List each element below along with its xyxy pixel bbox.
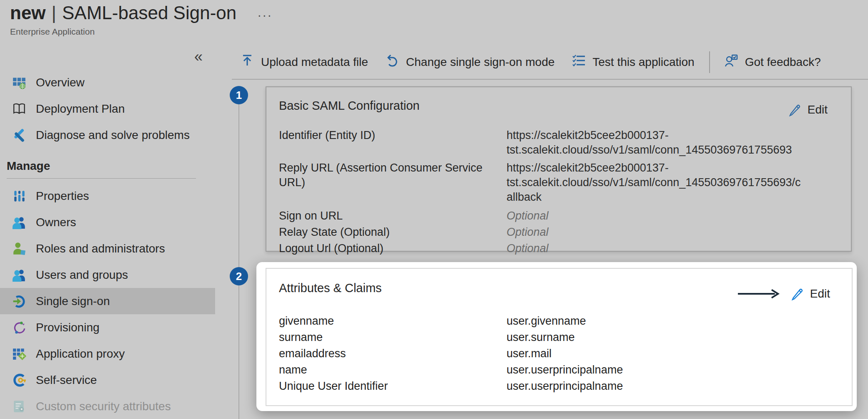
- app-proxy-grid-icon: [12, 346, 27, 361]
- sidebar-collapse-button[interactable]: «: [194, 49, 203, 64]
- row-label: Relay State (Optional): [279, 224, 507, 240]
- attributes-claims-card: Attributes & Claims Edit givenname user.…: [266, 268, 853, 406]
- upload-metadata-button[interactable]: Upload metadata file: [232, 54, 377, 70]
- sidebar-item-label: Users and groups: [36, 268, 128, 282]
- toolbar-separator: [709, 51, 710, 73]
- claim-name: name: [279, 362, 507, 378]
- command-label: Upload metadata file: [261, 56, 368, 69]
- sidebar-item-label: Diagnose and solve problems: [36, 129, 190, 142]
- claim-value: user.mail: [507, 346, 807, 362]
- single-sign-on-icon: [12, 294, 27, 309]
- step-1-badge: 1: [230, 86, 248, 104]
- row-label: Reply URL (Assertion Consumer Service UR…: [279, 161, 507, 190]
- page-title: new | SAML-based Sign-on ···: [10, 3, 272, 23]
- blade-title: SAML-based Sign-on: [62, 3, 236, 23]
- sidebar-item-provisioning[interactable]: Provisioning: [0, 314, 215, 341]
- sidebar-item-label: Overview: [36, 76, 85, 89]
- sidebar-item-deployment-plan[interactable]: Deployment Plan: [0, 96, 215, 122]
- provisioning-sync-icon: [12, 320, 27, 335]
- role-person-cube-icon: [12, 241, 27, 256]
- sidebar-item-diagnose[interactable]: Diagnose and solve problems: [0, 122, 215, 148]
- edit-label: Edit: [810, 287, 830, 300]
- claim-value: user.givenname: [507, 313, 807, 329]
- change-sso-mode-button[interactable]: Change single sign-on mode: [377, 54, 563, 70]
- row-value-optional: Optional: [507, 240, 807, 257]
- row-label: Logout Url (Optional): [279, 240, 507, 257]
- sidebar-item-label: Properties: [36, 189, 89, 203]
- edit-attributes-claims-button[interactable]: Edit: [737, 287, 830, 300]
- pencil-icon: [791, 288, 804, 300]
- upload-icon: [241, 54, 254, 70]
- config-row: Logout Url (Optional) Optional: [279, 240, 838, 257]
- edit-label: Edit: [808, 103, 828, 116]
- got-feedback-button[interactable]: Got feedback?: [716, 54, 830, 70]
- sidebar-item-overview[interactable]: Overview: [0, 69, 215, 96]
- edit-basic-saml-button[interactable]: Edit: [788, 103, 828, 116]
- row-value: https://scalekit2b5cee2b000137-tst.scale…: [507, 128, 807, 157]
- title-separator: |: [52, 3, 56, 23]
- claim-value: user.userprincipalname: [507, 378, 807, 394]
- sidebar-item-owners[interactable]: Owners: [0, 209, 215, 235]
- claim-row: Unique User Identifier user.userprincipa…: [279, 378, 839, 394]
- sidebar-item-properties[interactable]: Properties: [0, 183, 215, 209]
- claims-rows: givenname user.givenname surname user.su…: [279, 313, 839, 394]
- command-bar: Upload metadata file Change single sign-…: [232, 45, 868, 80]
- sidebar-item-custom-security-attributes[interactable]: Custom security attributes: [0, 393, 215, 419]
- undo-arrow-icon: [386, 54, 399, 70]
- overview-grid-globe-icon: [12, 75, 27, 90]
- sidebar: « Overview Deployment Plan Diagnose and …: [0, 42, 215, 419]
- test-application-button[interactable]: Test this application: [563, 54, 703, 70]
- people-icon: [12, 268, 27, 283]
- book-icon: [12, 101, 27, 116]
- sidebar-item-self-service[interactable]: Self-service: [0, 367, 215, 393]
- claim-value: user.userprincipalname: [507, 362, 807, 378]
- claim-row: givenname user.givenname: [279, 313, 839, 329]
- people-icon: [12, 215, 27, 230]
- sidebar-item-users-groups[interactable]: Users and groups: [0, 262, 215, 288]
- page-header: new | SAML-based Sign-on ··· Enterprise …: [10, 3, 272, 37]
- claim-name: Unique User Identifier: [279, 378, 507, 394]
- sidebar-item-label: Self-service: [36, 374, 97, 387]
- sidebar-section-manage: Manage: [0, 154, 215, 178]
- step-2-badge: 2: [230, 267, 248, 285]
- claim-name: emailaddress: [279, 346, 507, 362]
- sidebar-item-label: Deployment Plan: [36, 102, 125, 116]
- basic-saml-rows: Identifier (Entity ID) https://scalekit2…: [279, 128, 838, 257]
- spotlight-highlight: Attributes & Claims Edit givenname user.…: [256, 262, 857, 411]
- config-row: Sign on URL Optional: [279, 208, 838, 224]
- config-row: Relay State (Optional) Optional: [279, 224, 838, 240]
- claim-row: surname user.surname: [279, 329, 839, 346]
- row-value: https://scalekit2b5cee2b000137-tst.scale…: [507, 161, 807, 204]
- config-row: Identifier (Entity ID) https://scalekit2…: [279, 128, 838, 157]
- config-row: Reply URL (Assertion Consumer Service UR…: [279, 161, 838, 204]
- feedback-person-icon: [725, 54, 738, 70]
- checklist-icon: [572, 54, 585, 70]
- sidebar-item-application-proxy[interactable]: Application proxy: [0, 341, 215, 367]
- card-title: Basic SAML Configuration: [279, 97, 838, 114]
- claim-row: name user.userprincipalname: [279, 362, 839, 378]
- sidebar-item-label: Single sign-on: [36, 295, 110, 308]
- sidebar-item-label: Provisioning: [36, 321, 100, 334]
- app-type-subtitle: Enterprise Application: [10, 27, 272, 37]
- sidebar-item-roles-admins[interactable]: Roles and administrators: [0, 235, 215, 262]
- sidebar-item-label: Roles and administrators: [36, 242, 165, 255]
- more-menu-icon[interactable]: ···: [257, 4, 272, 22]
- properties-bars-icon: [12, 189, 27, 204]
- pencil-icon: [788, 103, 801, 116]
- custom-attributes-doc-icon: [12, 399, 27, 414]
- row-value-optional: Optional: [507, 224, 807, 240]
- claim-row: emailaddress user.mail: [279, 346, 839, 362]
- claim-name: givenname: [279, 313, 507, 329]
- self-service-key-icon: [12, 373, 27, 388]
- row-label: Sign on URL: [279, 208, 507, 224]
- row-label: Identifier (Entity ID): [279, 128, 507, 143]
- claim-name: surname: [279, 329, 507, 346]
- command-label: Test this application: [592, 56, 694, 69]
- sidebar-divider: [7, 178, 196, 179]
- command-label: Got feedback?: [745, 56, 821, 69]
- basic-saml-configuration-card: Basic SAML Configuration Edit Identifier…: [266, 86, 852, 252]
- sidebar-nav: Overview Deployment Plan Diagnose and so…: [0, 69, 215, 419]
- sidebar-item-label: Custom security attributes: [36, 400, 171, 413]
- tools-icon: [12, 128, 27, 143]
- sidebar-item-single-sign-on[interactable]: Single sign-on: [0, 288, 215, 314]
